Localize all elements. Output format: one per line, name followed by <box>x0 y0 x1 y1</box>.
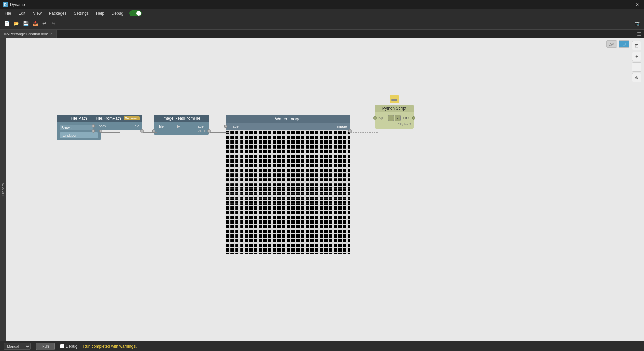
python-script-body: IN[0] + - OUT CPython3 <box>375 112 414 129</box>
python-in-label: IN[0] <box>378 116 385 120</box>
readfromfile-ports-row: file ▶ image <box>156 124 206 129</box>
status-bar: Manual Automatic Run Debug Run completed… <box>0 341 644 351</box>
debug-check[interactable] <box>60 344 64 348</box>
menu-file[interactable]: File <box>1 10 14 16</box>
maximize-button[interactable]: □ <box>617 0 631 9</box>
menu-debug[interactable]: Debug <box>108 10 127 16</box>
warning-text: Run completed with warnings. <box>83 344 137 349</box>
frompath-input-side: path <box>96 124 106 128</box>
zoom-reset-button[interactable]: ⊕ <box>632 73 641 82</box>
watch-input-side: image <box>228 124 239 128</box>
watch-input-label: image <box>229 124 239 128</box>
port-out-readfromfile <box>207 129 211 133</box>
menu-edit[interactable]: Edit <box>15 10 29 16</box>
menu-settings[interactable]: Settings <box>71 10 92 16</box>
node-file-frompath: File.FromPath Renamed path file <box>93 115 142 130</box>
auto-label: AUTO <box>156 129 206 133</box>
node-frompath-header: File.FromPath Renamed <box>93 115 142 122</box>
menu-packages[interactable]: Packages <box>46 10 70 16</box>
tab-close[interactable]: × <box>50 32 52 36</box>
port-in-frompath <box>92 124 95 128</box>
geometry-toggle[interactable]: △○ <box>606 40 617 48</box>
python-output-side: OUT <box>403 116 411 120</box>
python-ports-row: IN[0] + - OUT <box>378 114 411 122</box>
note-line-2 <box>391 99 397 100</box>
status-mode: Manual Automatic <box>4 343 31 350</box>
note-line-1 <box>391 98 397 98</box>
port-in-frompath-ext <box>92 129 95 133</box>
port-out-python <box>412 116 415 120</box>
library-label: Library <box>1 183 5 196</box>
port-in-watch <box>224 125 227 128</box>
run-toggle[interactable] <box>129 10 142 16</box>
python-center-controls: + - <box>388 115 401 121</box>
top-right-controls: △○ ⊡ <box>606 40 629 48</box>
python-out-label: OUT <box>403 116 411 120</box>
image-output-label: image <box>194 124 206 128</box>
python-subtext: CPython3 <box>378 122 411 127</box>
node-readfromfile-body: file ▶ image AUTO <box>154 122 209 135</box>
note-line-3 <box>391 100 397 101</box>
save-button[interactable]: 💾 <box>21 19 30 27</box>
python-note-icon <box>390 95 399 103</box>
node-image-readfromfile: Image.ReadFromFile file ▶ image AUTO <box>154 115 209 135</box>
menu-help[interactable]: Help <box>93 10 108 16</box>
node-readfromfile-header: Image.ReadFromFile <box>154 115 209 122</box>
file-label: file <box>135 124 139 128</box>
python-input-side: IN[0] <box>378 116 385 120</box>
node-frompath-body: path file <box>93 122 142 130</box>
title-bar: D Dynamo ─ □ ✕ <box>0 0 644 9</box>
minimize-button[interactable]: ─ <box>604 0 617 9</box>
python-script-header: Python Script <box>375 105 414 112</box>
tab-bar: 02-RectangleCreation.dyn* × ☰ <box>0 30 644 38</box>
port-out-watch <box>348 129 352 133</box>
zoom-out-button[interactable]: − <box>632 62 641 72</box>
port-in-python <box>373 116 377 120</box>
filepath-value: .\grid.jpg <box>60 132 98 138</box>
node-python-script: Python Script IN[0] + - OUT CPython3 <box>375 105 414 129</box>
node-frompath-header-row: File.FromPath Renamed <box>97 116 139 121</box>
python-add-button[interactable]: + <box>388 115 394 121</box>
port-out-frompath <box>140 129 144 133</box>
app-icon: D <box>3 2 8 7</box>
screenshot-button[interactable]: 📷 <box>633 19 641 27</box>
watch-image-header: Watch Image <box>226 115 350 123</box>
renamed-badge: Renamed <box>124 116 140 120</box>
fit-button[interactable]: ⊡ <box>632 41 641 50</box>
zoom-in-button[interactable]: + <box>632 52 641 61</box>
tab-active[interactable]: 02-RectangleCreation.dyn* × <box>0 30 57 38</box>
port-in-readfromfile <box>152 129 155 133</box>
camera-toggle[interactable]: ⊡ <box>619 40 629 48</box>
watch-image-display <box>226 130 350 254</box>
path-label: path <box>96 124 106 128</box>
menu-bar: File Edit View Packages Settings Help De… <box>0 9 644 17</box>
close-button[interactable]: ✕ <box>631 0 644 9</box>
toolbar: 📄 📂 💾 📥 ↩ ↪ 📷 <box>0 17 644 30</box>
new-button[interactable]: 📄 <box>3 19 11 27</box>
app-title: Dynamo <box>10 2 25 7</box>
undo-button[interactable]: ↩ <box>40 19 48 27</box>
node-watch-image: Watch Image image image <box>226 115 350 254</box>
browse-button[interactable]: Browse... <box>60 125 94 130</box>
toggle-switch[interactable] <box>129 10 142 16</box>
watch-image-ports: image image <box>226 123 350 130</box>
run-button[interactable]: Run <box>36 343 55 350</box>
library-sidebar[interactable]: Library <box>0 38 6 341</box>
watch-output-label: image <box>337 124 347 128</box>
tab-menu-icon[interactable]: ☰ <box>637 31 641 37</box>
debug-checkbox: Debug <box>60 344 77 349</box>
open-button[interactable]: 📂 <box>12 19 20 27</box>
file-input-label: file <box>156 124 164 128</box>
mode-select[interactable]: Manual Automatic <box>4 343 31 350</box>
zoom-controls: ⊡ + − ⊕ <box>632 41 641 82</box>
window-controls[interactable]: ─ □ ✕ <box>604 0 644 9</box>
python-remove-button[interactable]: - <box>395 115 401 121</box>
save-as-button[interactable]: 📥 <box>31 19 39 27</box>
redo-button[interactable]: ↪ <box>50 19 58 27</box>
tab-label: 02-RectangleCreation.dyn* <box>4 32 48 36</box>
debug-label: Debug <box>66 344 77 349</box>
canvas-area[interactable]: △○ ⊡ ⊡ + − ⊕ Library File Path Browse...… <box>0 38 644 341</box>
menu-view[interactable]: View <box>30 10 45 16</box>
readfromfile-arrow: ▶ <box>177 124 180 129</box>
